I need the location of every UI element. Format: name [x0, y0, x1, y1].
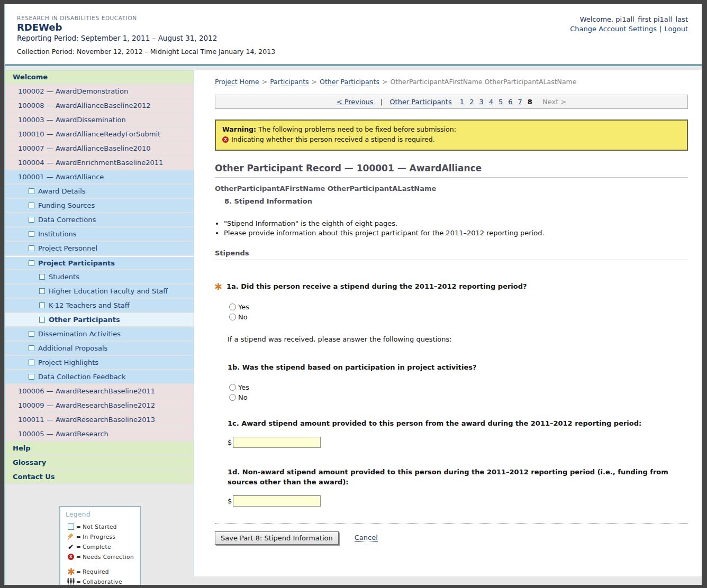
sidebar-item-award-100008[interactable]: 100008 — AwardAllianceBaseline2012	[5, 99, 194, 113]
collaborative-icon	[67, 578, 75, 585]
other-participants-list-link[interactable]: Other Participants	[389, 98, 451, 106]
q1b-yes-label[interactable]: Yes	[238, 383, 249, 391]
needs-correction-icon: x	[222, 136, 229, 143]
required-icon	[215, 283, 222, 290]
pagination-bar: < Previous | Other Participants 12345678…	[215, 95, 688, 109]
breadcrumb-current: OtherParticipantAFirstName OtherParticip…	[390, 78, 576, 86]
equals-sign: =	[76, 544, 83, 550]
equals-sign: =	[76, 523, 83, 530]
previous-page-link[interactable]: < Previous	[337, 98, 374, 106]
sidebar-item-higher-ed-faculty-staff[interactable]: Higher Education Faculty and Staff	[5, 284, 194, 299]
legend-title: Legend	[66, 511, 135, 518]
sidebar-item-project-participants[interactable]: Project Participants	[5, 256, 194, 270]
complete-icon: ✔	[68, 543, 74, 551]
sidebar-item-project-highlights[interactable]: Project Highlights	[5, 356, 194, 370]
sidebar-item-award-100005[interactable]: 100005 — AwardResearch	[5, 427, 194, 442]
legend-label: Complete	[83, 544, 111, 550]
equals-sign: =	[76, 568, 83, 575]
page-2-link[interactable]: 2	[469, 98, 474, 106]
sidebar-item-award-100006[interactable]: 100006 — AwardResearchBaseline2011	[5, 384, 194, 399]
sidebar-item-dissemination-activities[interactable]: Dissemination Activities	[5, 327, 194, 342]
part-title: 8. Stipend Information	[224, 197, 688, 205]
breadcrumb-other-participants-link[interactable]: Other Participants	[320, 78, 379, 86]
not-started-icon	[39, 317, 45, 323]
page-5-link[interactable]: 5	[498, 98, 503, 106]
sidebar-item-institutions[interactable]: Institutions	[5, 227, 194, 242]
q1a-yes-radio[interactable]	[229, 304, 236, 310]
sidebar-item-award-100011[interactable]: 100011 — AwardResearchBaseline2013	[5, 413, 194, 427]
sidebar-item-award-details[interactable]: Award Details	[5, 185, 194, 199]
question-1d-label: 1d. Non-award stipend amount provided to…	[228, 467, 675, 488]
q1a-no-label[interactable]: No	[238, 313, 248, 321]
q1a-no-radio[interactable]	[229, 314, 236, 320]
page-1-link[interactable]: 1	[460, 98, 464, 106]
sidebar-item-award-100009[interactable]: 100009 — AwardResearchBaseline2012	[5, 399, 194, 413]
pagination-separator: |	[380, 98, 383, 106]
breadcrumb-separator: >	[382, 78, 387, 86]
sidebar-item-project-personnel[interactable]: Project Personnel	[5, 242, 194, 256]
breadcrumb-participants-link[interactable]: Participants	[270, 78, 309, 86]
non-award-stipend-amount-input[interactable]	[233, 495, 321, 507]
page-6-link[interactable]: 6	[508, 98, 512, 106]
question-1a: 1a. Did this person receive a stipend du…	[215, 282, 688, 292]
form-footer-divider	[215, 523, 688, 523]
link-separator: |	[659, 25, 661, 33]
sidebar-item-award-100004[interactable]: 100004 — AwardEnrichmentBaseline2011	[5, 156, 194, 170]
q1b-yes-radio[interactable]	[229, 384, 236, 391]
question-1d-input-row: $	[228, 495, 688, 507]
breadcrumb-project-home-link[interactable]: Project Home	[215, 78, 259, 86]
instruction-item: "Stipend Information" is the eighth of e…	[224, 219, 688, 227]
legend-label: Needs Correction	[83, 554, 134, 560]
sidebar-item-award-100007[interactable]: 100007 — AwardAllianceBaseline2010	[5, 142, 194, 156]
sidebar-item-data-corrections[interactable]: Data Corrections	[5, 213, 194, 227]
logout-link[interactable]: Logout	[664, 25, 688, 33]
in-progress-icon	[67, 533, 75, 540]
save-part8-button[interactable]: Save Part 8: Stipend Information	[215, 531, 339, 545]
legend-label: Required	[83, 568, 109, 575]
sidebar-item-students[interactable]: Students	[5, 270, 194, 284]
header-gap	[5, 66, 702, 70]
not-started-icon	[39, 302, 45, 308]
page-7-link[interactable]: 7	[518, 98, 522, 106]
sidebar-item-award-100002[interactable]: 100002 — AwardDemonstration	[5, 85, 194, 99]
q1b-no-label[interactable]: No	[238, 393, 248, 401]
sidebar-item-help[interactable]: Help	[5, 442, 194, 456]
sidebar-item-other-participants[interactable]: Other Participants	[5, 313, 194, 327]
not-started-icon	[29, 231, 34, 237]
equals-sign: =	[76, 534, 83, 540]
not-started-icon	[29, 260, 34, 266]
award-stipend-amount-input[interactable]	[233, 437, 321, 448]
question-1c-input-row: $	[228, 437, 688, 448]
header-right: Welcome, pi1all_first pi1all_last Change…	[570, 15, 688, 64]
sidebar-item-award-100003[interactable]: 100003 — AwardDissemination	[5, 113, 194, 127]
conditional-note: If a stipend was received, please answer…	[228, 335, 688, 343]
sidebar-item-award-100010[interactable]: 100010 — AwardAllianceReadyForSubmit	[5, 127, 194, 142]
sidebar-item-data-collection-feedback[interactable]: Data Collection Feedback	[5, 370, 194, 384]
welcome-user-text: Welcome, pi1all_first pi1all_last	[570, 15, 688, 23]
sidebar-item-welcome[interactable]: Welcome	[5, 70, 194, 85]
reporting-period: Reporting Period: September 1, 2011 – Au…	[17, 34, 275, 42]
cancel-link[interactable]: Cancel	[355, 534, 378, 542]
sidebar-nav: Welcome 100002 — AwardDemonstration 1000…	[5, 70, 194, 484]
instruction-item: Please provide information about this pr…	[224, 229, 688, 237]
warning-intro-text: The following problems need to be fixed …	[256, 125, 456, 133]
q1b-no-radio[interactable]	[229, 394, 236, 401]
not-started-icon	[29, 345, 34, 351]
warning-item-text: Indicating whether this person received …	[231, 134, 435, 144]
legend-label: In Progress	[83, 534, 115, 540]
page-3-link[interactable]: 3	[479, 98, 483, 106]
sidebar-item-glossary[interactable]: Glossary	[5, 456, 194, 470]
sidebar-item-funding-sources[interactable]: Funding Sources	[5, 199, 194, 213]
instructions-list: "Stipend Information" is the eighth of e…	[215, 219, 688, 237]
change-account-settings-link[interactable]: Change Account Settings	[570, 25, 657, 33]
q1a-yes-label[interactable]: Yes	[238, 303, 249, 311]
question-1c-label: 1c. Award stipend amount provided to thi…	[228, 419, 688, 429]
sidebar-item-contact-us[interactable]: Contact Us	[5, 470, 194, 484]
sidebar-item-k12-teachers-staff[interactable]: K-12 Teachers and Staff	[5, 299, 194, 313]
legend-item-needs-correction: x = Needs Correction	[66, 552, 135, 562]
legend-item-in-progress: = In Progress	[66, 531, 135, 541]
sidebar-item-award-100001[interactable]: 100001 — AwardAlliance	[5, 170, 194, 185]
required-icon	[68, 568, 75, 575]
sidebar-item-additional-proposals[interactable]: Additional Proposals	[5, 342, 194, 356]
page-4-link[interactable]: 4	[489, 98, 493, 106]
